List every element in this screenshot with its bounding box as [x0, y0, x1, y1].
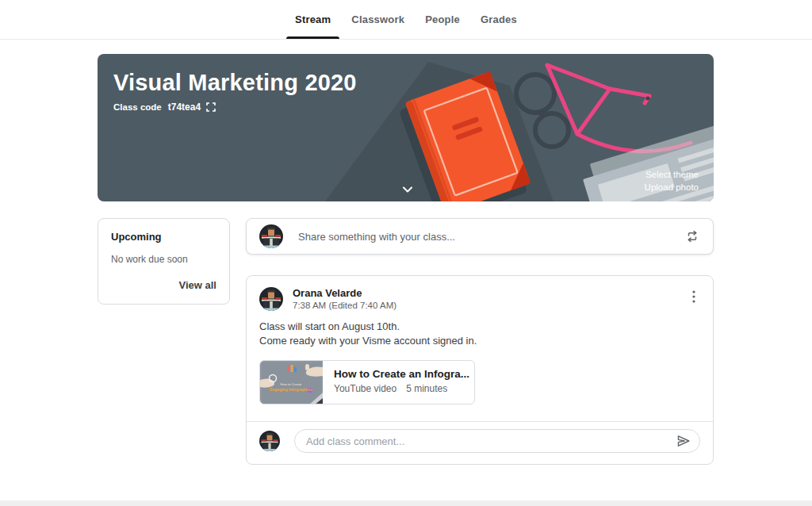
send-icon[interactable]	[676, 433, 691, 449]
post-timestamp: 7:38 AM (Edited 7:40 AM)	[293, 301, 688, 310]
tab-classwork-label: Classwork	[351, 13, 404, 25]
upcoming-title: Upcoming	[111, 231, 216, 243]
page-bottom-strip	[0, 500, 812, 506]
attachment-type: YouTube video	[334, 383, 396, 394]
fullscreen-icon[interactable]	[206, 102, 216, 112]
comment-placeholder: Add class comment...	[306, 435, 676, 447]
tab-stream-label: Stream	[295, 13, 331, 25]
thumb-text-line2: Engaging Infographics	[270, 387, 312, 392]
attachment-text: How to Create an Infogra... YouTube vide…	[323, 361, 474, 404]
comment-row: Add class comment...	[247, 422, 713, 464]
author-avatar	[259, 287, 283, 311]
commenter-avatar	[259, 431, 280, 451]
reuse-post-icon[interactable]	[684, 228, 700, 244]
class-banner: Visual Marketing 2020 Class code t74tea4…	[98, 54, 714, 201]
attachment-duration: 5 minutes	[406, 383, 447, 394]
post-author: Orana Velarde	[293, 287, 688, 299]
post-body-line: Come ready with your Visme account signe…	[259, 334, 700, 348]
stream-content: Upcoming No work due soon View all	[98, 218, 812, 465]
tab-grades[interactable]: Grades	[470, 0, 527, 39]
attachment-title: How to Create an Infogra...	[334, 368, 465, 380]
upcoming-card: Upcoming No work due soon View all	[98, 218, 230, 305]
attachment-meta: YouTube video5 minutes	[334, 383, 465, 394]
comment-input[interactable]: Add class comment...	[294, 429, 700, 453]
class-title: Visual Marketing 2020	[113, 70, 357, 96]
top-nav: Stream Classwork People Grades	[0, 0, 812, 40]
video-thumbnail: How to Create Engaging Infographics	[260, 361, 323, 404]
upcoming-empty-text: No work due soon	[111, 254, 216, 265]
class-code-label: Class code	[113, 102, 162, 112]
class-code-value: t74tea4	[168, 102, 201, 113]
stream-column: Share something with your class...	[246, 218, 714, 465]
tab-people[interactable]: People	[415, 0, 470, 39]
share-post-box[interactable]: Share something with your class...	[246, 218, 714, 255]
tab-people-label: People	[425, 13, 460, 25]
select-theme-link[interactable]: Select theme	[645, 168, 699, 181]
upload-photo-link[interactable]: Upload photo	[645, 181, 699, 194]
class-tabs: Stream Classwork People Grades	[285, 0, 527, 39]
page: Stream Classwork People Grades	[0, 0, 812, 506]
post-header: Orana Velarde 7:38 AM (Edited 7:40 AM)	[247, 276, 713, 311]
view-all-link[interactable]: View all	[111, 279, 216, 291]
active-tab-underline	[286, 36, 339, 39]
share-placeholder: Share something with your class...	[298, 231, 684, 243]
tab-grades-label: Grades	[481, 13, 517, 25]
post-options-icon[interactable]	[688, 289, 700, 308]
post-body: Class will start on August 10th. Come re…	[247, 311, 713, 348]
tab-classwork[interactable]: Classwork	[341, 0, 415, 39]
user-avatar	[259, 224, 283, 248]
tab-stream[interactable]: Stream	[285, 0, 341, 39]
post-body-line: Class will start on August 10th.	[259, 320, 700, 334]
post-card: Orana Velarde 7:38 AM (Edited 7:40 AM) C…	[246, 275, 714, 465]
thumb-text-line1: How to Create	[281, 382, 302, 386]
banner-links: Select theme Upload photo	[645, 168, 699, 194]
chevron-down-icon[interactable]	[400, 182, 415, 197]
post-head-text: Orana Velarde 7:38 AM (Edited 7:40 AM)	[293, 287, 688, 310]
attachment-youtube[interactable]: How to Create Engaging Infographics How …	[259, 360, 475, 404]
class-code-row: Class code t74tea4	[113, 102, 216, 113]
